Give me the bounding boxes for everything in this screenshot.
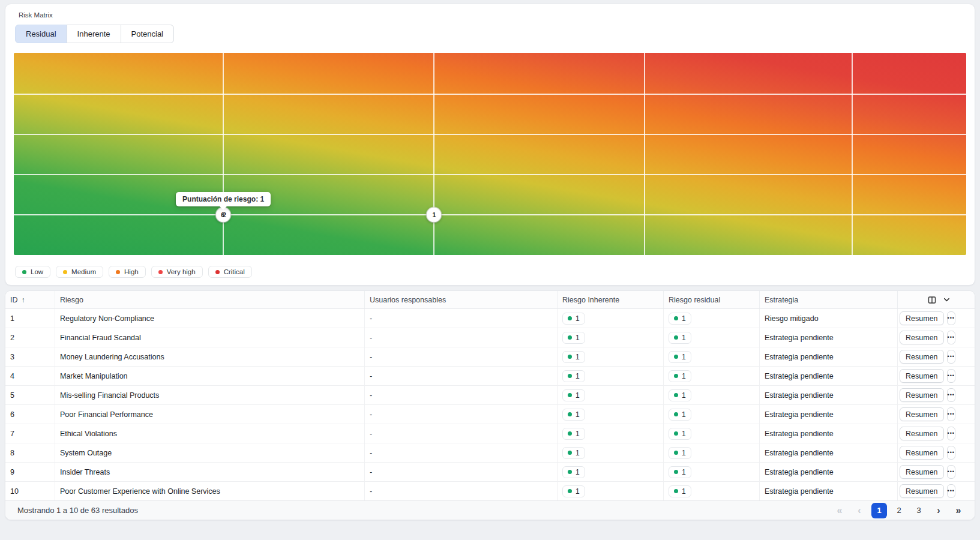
badge-value: 1	[682, 468, 686, 476]
risk-badge: 1	[669, 389, 691, 401]
risk-matrix-chart[interactable]: Puntuación de riesgo: 1 621	[14, 53, 966, 255]
cell-riesgo: Poor Financial Performance	[55, 405, 365, 424]
cell-riesgo: Money Laundering Accusations	[55, 347, 365, 366]
cell-id: 9	[5, 463, 55, 481]
pagination-last-button[interactable]: »	[951, 503, 966, 518]
badge-value: 1	[682, 334, 686, 342]
green-dot-icon	[568, 431, 572, 436]
resumen-button[interactable]: Resumen	[900, 427, 944, 440]
badge-value: 1	[576, 372, 580, 380]
risk-badge: 1	[669, 409, 691, 421]
legend-chip[interactable]: Very high	[151, 266, 203, 278]
resumen-button[interactable]: Resumen	[900, 465, 944, 479]
row-more-button[interactable]: •••	[947, 427, 955, 440]
cell-usuarios: -	[365, 347, 558, 366]
row-more-button[interactable]: •••	[947, 407, 955, 421]
cell-usuarios: -	[365, 482, 558, 500]
badge-value: 1	[576, 391, 580, 400]
risk-badge: 1	[562, 428, 585, 440]
pagination-next-button[interactable]: ›	[931, 503, 946, 518]
row-more-button[interactable]: •••	[947, 484, 955, 498]
columns-icon[interactable]	[927, 295, 937, 305]
green-dot-icon	[568, 316, 572, 320]
matrix-gridline-horizontal	[14, 174, 966, 175]
chevron-down-icon[interactable]	[943, 296, 951, 304]
column-header-residual[interactable]: Riesgo residual	[664, 291, 760, 308]
matrix-gridline-horizontal	[14, 134, 966, 135]
cell-riesgo-inherente: 1	[558, 328, 664, 347]
sort-asc-icon[interactable]: ↑	[22, 296, 25, 304]
row-more-button[interactable]: •••	[947, 369, 955, 383]
row-more-button[interactable]: •••	[947, 465, 955, 479]
badge-value: 1	[682, 353, 686, 361]
pagination-page-button[interactable]: 1	[871, 503, 887, 518]
column-label: Riesgo Inherente	[562, 296, 619, 304]
green-dot-icon	[568, 355, 572, 359]
badge-value: 1	[576, 334, 580, 342]
cell-id: 7	[5, 424, 55, 443]
green-dot-icon	[568, 412, 572, 416]
cell-riesgo-inherente: 1	[558, 424, 664, 443]
tab-residual[interactable]: Residual	[15, 25, 67, 43]
cell-actions: Resumen •••	[898, 405, 975, 424]
table-footer: Mostrando 1 a 10 de 63 resultados « ‹ 12…	[5, 500, 975, 520]
cell-actions: Resumen •••	[898, 328, 975, 347]
legend-label: Medium	[71, 268, 96, 275]
column-label: ID	[10, 296, 18, 304]
green-dot-icon	[674, 393, 678, 397]
column-header-riesgo[interactable]: Riesgo	[55, 291, 365, 308]
legend-chip[interactable]: Critical	[208, 266, 252, 278]
resumen-button[interactable]: Resumen	[900, 369, 944, 383]
page-title: Risk Matrix	[14, 11, 966, 19]
cell-usuarios: -	[365, 367, 558, 385]
cell-riesgo: Market Manipulation	[55, 367, 365, 385]
tab-inherente[interactable]: Inherente	[67, 25, 121, 43]
cell-actions: Resumen •••	[898, 443, 975, 462]
pagination-prev-button[interactable]: ‹	[852, 503, 867, 518]
cell-id: 4	[5, 367, 55, 385]
resumen-button[interactable]: Resumen	[900, 331, 944, 344]
green-dot-icon	[674, 431, 678, 436]
legend-chip[interactable]: High	[109, 266, 146, 278]
legend-chip[interactable]: Medium	[56, 266, 103, 278]
column-header-usuarios[interactable]: Usuarios responsables	[365, 291, 558, 308]
column-header-estrategia[interactable]: Estrategia	[760, 291, 898, 308]
row-more-button[interactable]: •••	[947, 331, 955, 344]
legend-label: Critical	[224, 268, 245, 275]
risk-point[interactable]: 1	[426, 207, 441, 222]
legend-chip[interactable]: Low	[15, 266, 50, 278]
pagination-first-button[interactable]: «	[832, 503, 847, 518]
green-dot-icon	[674, 412, 678, 416]
pagination-page-button[interactable]: 2	[891, 503, 907, 518]
column-header-actions[interactable]	[898, 291, 975, 308]
row-more-button[interactable]: •••	[947, 350, 955, 364]
resumen-button[interactable]: Resumen	[900, 484, 944, 498]
resumen-button[interactable]: Resumen	[900, 311, 944, 325]
cell-usuarios: -	[365, 443, 558, 462]
cell-riesgo-residual: 1	[664, 482, 760, 500]
risk-badge: 1	[669, 447, 691, 459]
table-row: 7 Ethical Violations - 1 1 Estrategia pe…	[5, 424, 975, 443]
resumen-button[interactable]: Resumen	[900, 446, 944, 460]
cell-usuarios: -	[365, 309, 558, 328]
resumen-button[interactable]: Resumen	[900, 407, 944, 421]
resumen-button[interactable]: Resumen	[900, 350, 944, 364]
tab-potencial[interactable]: Potencial	[121, 25, 174, 43]
column-header-inherente[interactable]: Riesgo Inherente	[558, 291, 664, 308]
risk-point-count: 62	[221, 211, 224, 218]
cell-usuarios: -	[365, 463, 558, 481]
risk-point-count: 1	[432, 211, 434, 218]
pagination-page-button[interactable]: 3	[911, 503, 927, 518]
column-header-id[interactable]: ID ↑	[5, 291, 55, 308]
column-label: Estrategia	[765, 296, 798, 304]
green-dot-icon	[674, 316, 678, 320]
cell-actions: Resumen •••	[898, 367, 975, 385]
row-more-button[interactable]: •••	[947, 388, 955, 402]
cell-riesgo-residual: 1	[664, 405, 760, 424]
green-dot-icon	[568, 489, 572, 493]
row-more-button[interactable]: •••	[947, 446, 955, 460]
row-more-button[interactable]: •••	[947, 311, 955, 325]
risk-matrix-card: Risk Matrix ResidualInherentePotencial P…	[5, 4, 975, 286]
resumen-button[interactable]: Resumen	[900, 388, 944, 402]
risk-badge: 1	[562, 313, 585, 325]
